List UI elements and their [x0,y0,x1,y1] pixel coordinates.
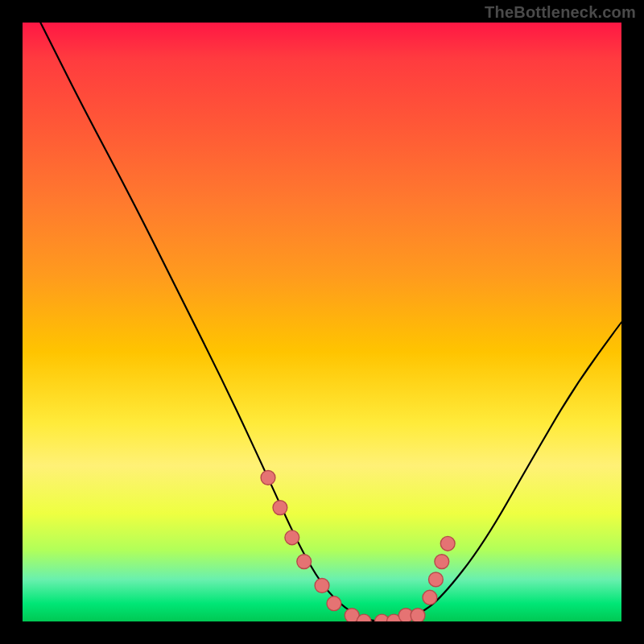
marker-dot [411,609,425,621]
marker-dot [273,501,287,515]
marker-dot [435,555,449,569]
watermark-text: TheBottleneck.com [485,3,636,22]
bottleneck-curve [40,23,621,621]
chart-frame: TheBottleneck.com [0,0,644,644]
marker-dot [345,609,359,621]
marker-dot [440,536,455,551]
marker-dot [297,555,312,569]
marker-dot [386,614,401,621]
plot-area [23,23,621,621]
marker-dot [429,572,444,587]
marker-dot [423,590,437,605]
curve-layer [23,23,621,621]
highlight-markers [261,471,455,622]
marker-dot [285,530,299,545]
marker-dot [375,614,390,621]
marker-dot [315,579,329,593]
marker-dot [398,609,413,621]
marker-dot [261,471,275,485]
marker-dot [327,597,341,611]
marker-dot [357,614,371,621]
